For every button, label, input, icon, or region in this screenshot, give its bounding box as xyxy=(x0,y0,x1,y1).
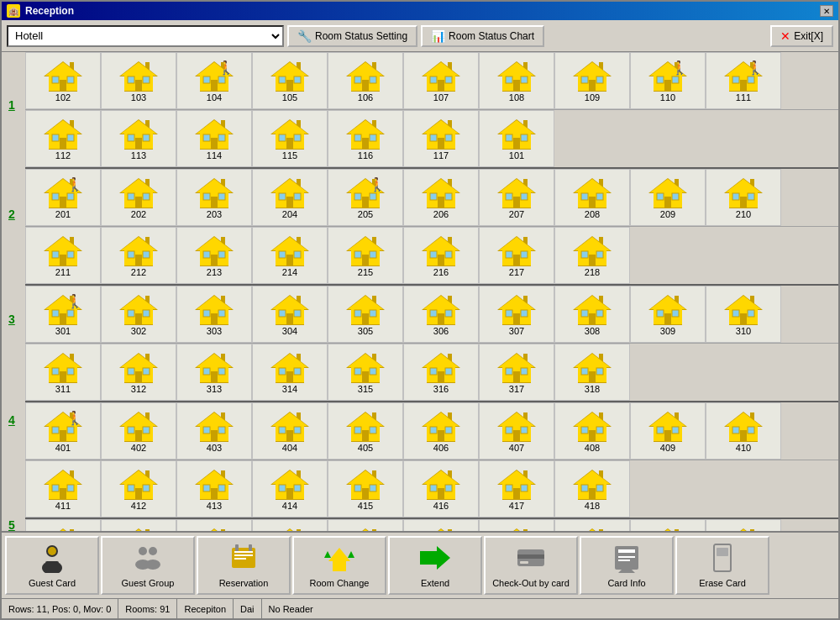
room-cell-411[interactable]: 411 xyxy=(25,460,101,518)
room-cell-314[interactable]: 314 xyxy=(252,344,328,401)
room-cell-304[interactable]: 304 xyxy=(252,286,328,343)
bottom-btn-reservation[interactable]: Reservation xyxy=(197,536,291,595)
room-cell-107[interactable]: 107 xyxy=(403,52,479,109)
room-cell-218[interactable]: 218 xyxy=(554,227,630,284)
room-cell-114[interactable]: 114 xyxy=(176,110,252,167)
room-cell-307[interactable]: 307 xyxy=(479,286,554,343)
room-cell-213[interactable]: 213 xyxy=(176,227,252,284)
room-cell-115[interactable]: 115 xyxy=(252,110,328,167)
room-cell-207[interactable]: 207 xyxy=(479,169,554,226)
room-cell-102[interactable]: 102 xyxy=(25,52,101,109)
room-status-chart-button[interactable]: 📊 Room Status Chart xyxy=(421,25,544,47)
room-status-setting-button[interactable]: 🔧 Room Status Setting xyxy=(287,25,417,47)
rooms-container[interactable]: 102 103 xyxy=(25,52,838,531)
bottom-btn-room-change[interactable]: Room Change xyxy=(292,536,386,595)
room-cell-211[interactable]: 211 xyxy=(25,227,101,284)
floor-label-2[interactable]: 2 xyxy=(8,208,15,221)
bottom-btn-extend[interactable]: Extend xyxy=(388,536,482,595)
floor-label-4[interactable]: 4 xyxy=(8,413,15,427)
room-cell-105[interactable]: 105 xyxy=(252,52,328,109)
room-cell-110[interactable]: 🚶110 xyxy=(630,52,706,109)
room-cell-401[interactable]: 🚶401 xyxy=(25,402,101,460)
room-cell-407[interactable]: 407 xyxy=(479,402,554,460)
room-cell-506[interactable]: 506 xyxy=(403,519,479,531)
room-cell-409[interactable]: 409 xyxy=(630,402,706,460)
room-cell-406[interactable]: 406 xyxy=(403,402,479,460)
room-cell-402[interactable]: 402 xyxy=(101,402,176,460)
room-cell-415[interactable]: 415 xyxy=(328,460,403,518)
room-cell-216[interactable]: 216 xyxy=(403,227,479,284)
room-cell-405[interactable]: 405 xyxy=(328,402,403,460)
room-cell-201[interactable]: 🚶201 xyxy=(25,169,101,226)
room-cell-103[interactable]: 103 xyxy=(101,52,176,109)
room-cell-104[interactable]: 🚶104 xyxy=(176,52,252,109)
hotel-select[interactable]: Hotell xyxy=(7,25,284,47)
room-cell-101[interactable]: 101 xyxy=(479,110,554,167)
room-cell-410[interactable]: 410 xyxy=(706,402,781,460)
room-cell-202[interactable]: 202 xyxy=(101,169,176,226)
room-cell-208[interactable]: 208 xyxy=(554,169,630,226)
room-cell-108[interactable]: 108 xyxy=(479,52,554,109)
room-cell-302[interactable]: 302 xyxy=(101,286,176,343)
room-cell-106[interactable]: 106 xyxy=(328,52,403,109)
room-cell-501[interactable]: 501 xyxy=(25,519,101,531)
room-cell-217[interactable]: 217 xyxy=(479,227,554,284)
room-cell-214[interactable]: 214 xyxy=(252,227,328,284)
room-cell-505[interactable]: 505 xyxy=(328,519,403,531)
floor-label-1[interactable]: 1 xyxy=(8,98,15,112)
room-cell-203[interactable]: 203 xyxy=(176,169,252,226)
room-cell-408[interactable]: 408 xyxy=(554,402,630,460)
room-cell-116[interactable]: 116 xyxy=(328,110,403,167)
room-cell-317[interactable]: 317 xyxy=(479,344,554,401)
room-cell-210[interactable]: 210 xyxy=(706,169,781,226)
room-cell-308[interactable]: 308 xyxy=(554,286,630,343)
room-cell-204[interactable]: 204 xyxy=(252,169,328,226)
room-cell-117[interactable]: 117 xyxy=(403,110,479,167)
room-cell-212[interactable]: 212 xyxy=(101,227,176,284)
room-cell-418[interactable]: 418 xyxy=(554,460,630,518)
room-cell-315[interactable]: 315 xyxy=(328,344,403,401)
room-cell-311[interactable]: 311 xyxy=(25,344,101,401)
room-cell-309[interactable]: 309 xyxy=(630,286,706,343)
room-cell-507[interactable]: 507 xyxy=(479,519,554,531)
room-cell-112[interactable]: 112 xyxy=(25,110,101,167)
room-cell-404[interactable]: 404 xyxy=(252,402,328,460)
room-cell-215[interactable]: 215 xyxy=(328,227,403,284)
room-cell-209[interactable]: 209 xyxy=(630,169,706,226)
floor-label-3[interactable]: 3 xyxy=(8,313,15,326)
exit-button[interactable]: ✕ Exit[X] xyxy=(770,25,833,47)
bottom-btn-card-info[interactable]: Card Info xyxy=(580,536,674,595)
room-cell-414[interactable]: 414 xyxy=(252,460,328,518)
room-cell-412[interactable]: 412 xyxy=(101,460,176,518)
room-cell-111[interactable]: 🚶111 xyxy=(706,52,781,109)
room-cell-316[interactable]: 316 xyxy=(403,344,479,401)
room-cell-509[interactable]: 509 xyxy=(630,519,706,531)
bottom-btn-guest-group[interactable]: Guest Group xyxy=(101,536,195,595)
room-cell-416[interactable]: 416 xyxy=(403,460,479,518)
room-cell-109[interactable]: 109 xyxy=(554,52,630,109)
room-cell-403[interactable]: 403 xyxy=(176,402,252,460)
bottom-btn-erase-card[interactable]: Erase Card xyxy=(675,536,769,595)
room-cell-301[interactable]: 🚶301 xyxy=(25,286,101,343)
room-cell-503[interactable]: 503 xyxy=(176,519,252,531)
floor-label-5[interactable]: 5 xyxy=(8,518,15,531)
bottom-btn-checkout-card[interactable]: Check-Out by card xyxy=(484,536,578,595)
room-cell-504[interactable]: 504 xyxy=(252,519,328,531)
room-cell-306[interactable]: 306 xyxy=(403,286,479,343)
room-cell-312[interactable]: 312 xyxy=(101,344,176,401)
room-cell-502[interactable]: 502 xyxy=(101,519,176,531)
room-cell-313[interactable]: 313 xyxy=(176,344,252,401)
bottom-btn-guest-card[interactable]: Guest Card xyxy=(5,536,99,595)
room-cell-310[interactable]: 310 xyxy=(706,286,781,343)
room-cell-318[interactable]: 318 xyxy=(554,344,630,401)
room-cell-113[interactable]: 113 xyxy=(101,110,176,167)
room-cell-303[interactable]: 303 xyxy=(176,286,252,343)
room-cell-413[interactable]: 413 xyxy=(176,460,252,518)
close-button[interactable]: ✕ xyxy=(820,5,833,17)
room-cell-205[interactable]: 🚶205 xyxy=(328,169,403,226)
room-cell-417[interactable]: 417 xyxy=(479,460,554,518)
room-cell-305[interactable]: 305 xyxy=(328,286,403,343)
room-cell-206[interactable]: 206 xyxy=(403,169,479,226)
room-cell-508[interactable]: 508 xyxy=(554,519,630,531)
room-cell-510[interactable]: 510 xyxy=(706,519,781,531)
